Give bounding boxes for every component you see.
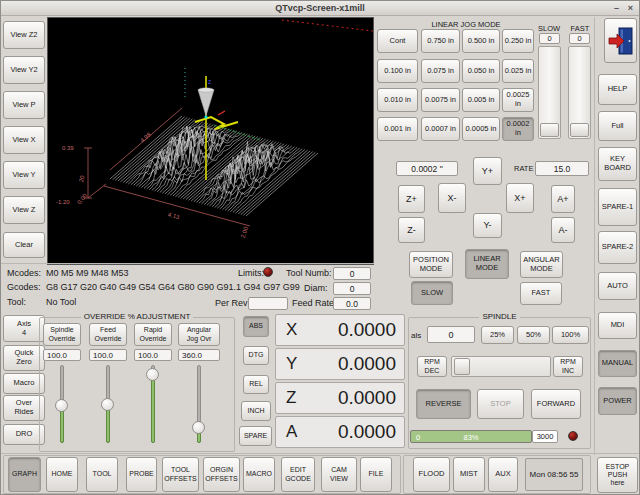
jog-z-minus-button[interactable]: Z- xyxy=(398,217,425,243)
fast-speed-button[interactable]: FAST xyxy=(520,282,562,305)
jog-a-minus-button[interactable]: A- xyxy=(551,217,575,243)
tab-tool-offsets[interactable]: TOOL OFFSETS xyxy=(162,457,199,492)
feed-override-slider[interactable] xyxy=(101,365,115,443)
mdi-mode-button[interactable]: MDI xyxy=(598,312,637,339)
keyboard-button[interactable]: KEY BOARD xyxy=(598,147,637,181)
clear-button[interactable]: Clear xyxy=(3,232,45,258)
fast-slider[interactable] xyxy=(568,46,591,139)
slow-speed-button[interactable]: SLOW xyxy=(411,281,453,305)
rapid-override-slider[interactable] xyxy=(146,365,160,443)
flood-button[interactable]: FLOOD xyxy=(413,457,450,492)
dro-mode-spare-button[interactable]: SPARE xyxy=(239,426,272,446)
title-bar[interactable]: QTvcp-Screen-x1mill – × xyxy=(1,1,639,16)
dro-mode-dtg-button[interactable]: DTG xyxy=(243,346,269,365)
slow-slider[interactable] xyxy=(538,46,561,139)
jog-increment-0010[interactable]: 0.010 in xyxy=(377,88,418,112)
slow-spinbox[interactable]: 0 xyxy=(539,33,560,44)
spindle-forward-button[interactable]: FORWARD xyxy=(531,389,581,419)
jog-a-plus-button[interactable]: A+ xyxy=(551,185,575,213)
angular-jog-override-slider[interactable] xyxy=(192,365,206,443)
spindle-override-slider[interactable] xyxy=(55,365,69,443)
jog-increment-0001[interactable]: 0.001 in xyxy=(377,117,418,141)
rpm-decrease-button[interactable]: RPM DEC xyxy=(417,356,447,377)
jog-increment-00005[interactable]: 0.0005 in xyxy=(462,117,500,141)
jog-increment-00002[interactable]: 0.0002 in xyxy=(502,117,534,141)
spindle-override-button[interactable]: Spindle Override xyxy=(43,323,81,346)
spindle-stop-button[interactable]: STOP xyxy=(477,389,524,419)
spindle-rpm-slider[interactable] xyxy=(451,356,551,377)
help-button[interactable]: HELP xyxy=(598,74,637,105)
view-y2-button[interactable]: View Y2 xyxy=(3,56,45,84)
rapid-override-slider-handle[interactable] xyxy=(146,368,159,381)
spare-1-button[interactable]: SPARE-1 xyxy=(598,188,637,226)
tab-file[interactable]: FILE xyxy=(360,457,392,492)
jog-increment-00025[interactable]: 0.0025 in xyxy=(502,88,534,112)
tab-probe[interactable]: PROBE xyxy=(126,457,157,492)
tool-z-axis-label: Z xyxy=(208,79,211,85)
spindle-50-percent-button[interactable]: 50% xyxy=(517,326,550,344)
close-icon[interactable]: × xyxy=(628,1,633,15)
view-z2-button[interactable]: View Z2 xyxy=(3,21,45,49)
tab-cam-view[interactable]: CAM VIEW xyxy=(321,457,357,492)
feed-override-slider-handle[interactable] xyxy=(101,398,114,411)
slow-slider-handle[interactable] xyxy=(540,123,559,137)
jog-x-plus-button[interactable]: X+ xyxy=(506,183,534,213)
manual-mode-button[interactable]: MANUAL xyxy=(598,350,637,377)
view-y-button[interactable]: View Y xyxy=(3,161,45,189)
jog-increment-0500[interactable]: 0.500 in xyxy=(462,29,500,53)
linear-mode-button[interactable]: LINEAR MODE xyxy=(465,249,509,279)
fast-spinbox[interactable]: 0 xyxy=(569,33,590,44)
estop-button[interactable]: ESTOP PUSH here xyxy=(597,457,638,493)
aux-button[interactable]: AUX xyxy=(488,457,518,492)
spindle-100-percent-button[interactable]: 100% xyxy=(552,326,589,344)
view-z-button[interactable]: View Z xyxy=(3,196,45,224)
spindle-reverse-button[interactable]: REVERSE xyxy=(416,389,471,419)
jog-y-plus-button[interactable]: Y+ xyxy=(473,157,502,185)
minimize-icon[interactable]: – xyxy=(614,1,619,15)
dro-mode-abs-button[interactable]: ABS xyxy=(243,316,269,337)
feed-override-button[interactable]: Feed Override xyxy=(89,323,127,346)
angular-jog-override-slider-handle[interactable] xyxy=(192,421,205,434)
jog-increment-00007[interactable]: 0.0007 in xyxy=(421,117,460,141)
spindle-25-percent-button[interactable]: 25% xyxy=(481,326,514,344)
jog-increment-0250[interactable]: 0.250 in xyxy=(502,29,534,53)
dro-mode-rel-button[interactable]: REL xyxy=(243,375,269,394)
spindle-override-slider-handle[interactable] xyxy=(55,399,68,412)
tab-home[interactable]: HOME xyxy=(46,457,78,492)
spindle-max-rpm-spinbox[interactable]: 3000 xyxy=(532,430,558,443)
jog-x-minus-button[interactable]: X- xyxy=(438,183,466,213)
angular-mode-button[interactable]: ANGULAR MODE xyxy=(520,251,563,278)
jog-increment-0750[interactable]: 0.750 in xyxy=(421,29,460,53)
exit-button[interactable] xyxy=(604,18,637,63)
jog-z-plus-button[interactable]: Z+ xyxy=(398,185,425,213)
spindle-rpm-slider-handle[interactable] xyxy=(454,358,470,375)
gcode-preview[interactable]: 0.39 20 -1.20 0.00 4.98 4.13 2.00 Z xyxy=(47,17,374,265)
power-button[interactable]: POWER xyxy=(598,387,637,415)
angular-jog-override-button[interactable]: Angular Jog Ovr xyxy=(178,323,220,346)
mist-button[interactable]: MIST xyxy=(453,457,485,492)
full-button[interactable]: Full xyxy=(598,111,637,141)
feed-rate-display: 0.0 xyxy=(333,297,371,310)
spare-2-button[interactable]: SPARE-2 xyxy=(598,231,637,264)
jog-increment-0005[interactable]: 0.005 in xyxy=(462,88,500,112)
tab-graph[interactable]: GRAPH xyxy=(8,457,41,492)
jog-increment-cont[interactable]: Cont xyxy=(377,29,418,53)
tab-edit-gcode[interactable]: EDIT GCODE xyxy=(281,457,315,492)
jog-increment-00075[interactable]: 0.0075 in xyxy=(421,88,460,112)
tab-tool[interactable]: TOOL xyxy=(86,457,118,492)
view-x-button[interactable]: View X xyxy=(3,126,45,154)
tab-macro-bottom[interactable]: MACRO xyxy=(243,457,275,492)
rapid-override-button[interactable]: Rapid Override xyxy=(134,323,172,346)
jog-increment-0100[interactable]: 0.100 in xyxy=(377,59,418,83)
position-mode-button[interactable]: POSITION MODE xyxy=(409,251,453,278)
dro-mode-inch-button[interactable]: INCH xyxy=(241,401,271,421)
auto-mode-button[interactable]: AUTO xyxy=(598,272,637,300)
tab-origin-offsets[interactable]: ORGIN OFFSETS xyxy=(203,457,240,492)
jog-increment-0025[interactable]: 0.025 in xyxy=(502,59,534,83)
jog-increment-0075[interactable]: 0.075 in xyxy=(421,59,460,83)
fast-slider-handle[interactable] xyxy=(570,123,589,137)
jog-increment-0050[interactable]: 0.050 in xyxy=(462,59,500,83)
rpm-increase-button[interactable]: RPM INC xyxy=(553,356,583,377)
view-p-button[interactable]: View P xyxy=(3,91,45,119)
jog-y-minus-button[interactable]: Y- xyxy=(473,213,502,238)
